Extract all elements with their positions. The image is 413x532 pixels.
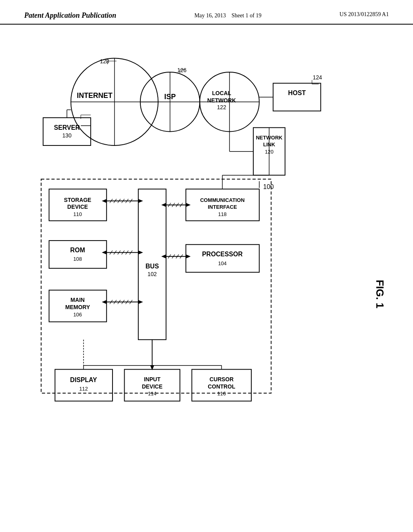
svg-text:MAIN: MAIN xyxy=(71,297,85,303)
svg-text:112: 112 xyxy=(79,386,88,392)
diagram-area: INTERNET 128 ISP 126 LOCAL NETWORK 1 xyxy=(0,25,413,500)
svg-rect-26 xyxy=(43,118,91,145)
svg-marker-78 xyxy=(102,251,106,255)
svg-text:100: 100 xyxy=(263,183,274,190)
svg-text:106: 106 xyxy=(73,312,82,318)
svg-rect-86 xyxy=(186,245,259,272)
svg-text:BUS: BUS xyxy=(146,263,159,270)
patent-application-label: Patent Application Publication xyxy=(24,11,116,20)
svg-marker-91 xyxy=(186,254,191,258)
page-header: Patent Application Publication May 16, 2… xyxy=(0,0,413,25)
svg-marker-65 xyxy=(186,203,191,207)
publication-date: May 16, 2013 xyxy=(194,12,226,19)
svg-marker-101 xyxy=(102,300,106,304)
svg-text:126: 126 xyxy=(177,67,187,73)
svg-text:130: 130 xyxy=(62,133,71,139)
patent-number: US 2013/0122859 A1 xyxy=(340,11,389,18)
svg-text:DEVICE: DEVICE xyxy=(67,204,88,210)
svg-text:CONTROL: CONTROL xyxy=(208,384,235,390)
sheet-info: Sheet 1 of 19 xyxy=(232,12,261,19)
svg-marker-64 xyxy=(161,203,166,207)
svg-marker-102 xyxy=(138,300,143,304)
svg-text:LOCAL: LOCAL xyxy=(212,90,231,96)
svg-text:CURSOR: CURSOR xyxy=(210,376,234,382)
svg-marker-79 xyxy=(138,251,143,255)
svg-text:SERVER: SERVER xyxy=(54,124,80,131)
svg-text:ISP: ISP xyxy=(164,93,176,101)
svg-text:HOST: HOST xyxy=(288,89,306,96)
svg-text:122: 122 xyxy=(217,104,226,110)
svg-text:INTERFACE: INTERFACE xyxy=(208,204,237,210)
svg-text:108: 108 xyxy=(73,256,82,262)
main-svg: INTERNET 128 ISP 126 LOCAL NETWORK 1 xyxy=(0,25,413,500)
svg-text:110: 110 xyxy=(73,211,82,217)
svg-rect-20 xyxy=(273,83,321,111)
svg-text:COMMUNICATION: COMMUNICATION xyxy=(200,197,244,203)
svg-text:102: 102 xyxy=(148,271,157,277)
svg-text:118: 118 xyxy=(218,211,227,217)
svg-text:DISPLAY: DISPLAY xyxy=(70,376,97,383)
svg-text:STORAGE: STORAGE xyxy=(64,197,92,203)
svg-text:INPUT: INPUT xyxy=(144,376,161,382)
svg-text:114: 114 xyxy=(148,391,156,397)
svg-text:124: 124 xyxy=(313,75,322,81)
svg-text:ROM: ROM xyxy=(70,247,85,254)
patent-page: Patent Application Publication May 16, 2… xyxy=(0,0,413,532)
svg-text:FIG. 1: FIG. 1 xyxy=(374,280,386,308)
svg-text:MEMORY: MEMORY xyxy=(65,304,90,310)
svg-text:128: 128 xyxy=(100,58,109,64)
svg-text:PROCESSOR: PROCESSOR xyxy=(202,251,243,258)
svg-marker-90 xyxy=(161,254,166,258)
svg-marker-55 xyxy=(102,199,106,203)
svg-marker-56 xyxy=(138,199,143,203)
svg-text:INTERNET: INTERNET xyxy=(77,91,113,100)
svg-text:116: 116 xyxy=(217,391,226,397)
svg-text:104: 104 xyxy=(218,260,227,266)
svg-text:DEVICE: DEVICE xyxy=(142,384,163,390)
svg-text:NETWORK: NETWORK xyxy=(207,98,236,104)
svg-rect-74 xyxy=(49,241,107,268)
header-center: May 16, 2013 Sheet 1 of 19 xyxy=(194,11,261,20)
